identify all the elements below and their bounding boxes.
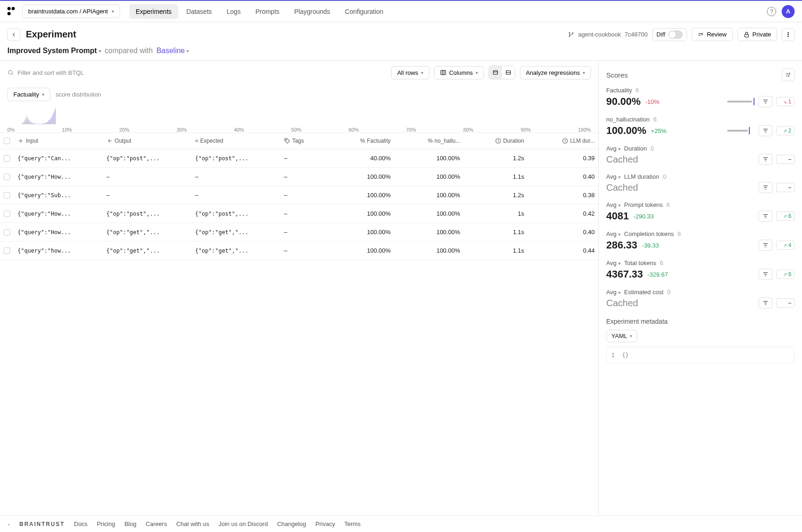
nav-tabs: Experiments Datasets Logs Prompts Playgr…	[129, 4, 390, 19]
search-input[interactable]: Filter and sort with BTQL	[7, 69, 386, 76]
scores-panel: Scores Factuality 6 90.00% -10% ↘1 no_ha…	[599, 61, 802, 514]
score-block: Factuality 6 90.00% -10% ↘1	[606, 87, 795, 108]
cell-duration: 1.1s	[464, 223, 528, 242]
private-button[interactable]: Private	[737, 28, 777, 41]
table-row[interactable]: {"query":"How... {"op":"post",... {"op":…	[0, 205, 598, 223]
metric-agg[interactable]: Avg ▾	[606, 230, 621, 237]
nav-logs[interactable]: Logs	[220, 4, 247, 19]
col-expected[interactable]: =Expected	[192, 133, 280, 149]
score-minibar	[727, 127, 755, 134]
metric-agg[interactable]: Avg ▾	[606, 173, 621, 180]
help-icon[interactable]: ?	[767, 7, 776, 16]
nav-datasets[interactable]: Datasets	[180, 4, 218, 19]
table-row[interactable]: {"query":"How... – – – 100.00% 100.00% 1…	[0, 168, 598, 186]
analyze-regressions-dropdown[interactable]: Analyze regressions ▾	[520, 66, 591, 79]
cell-llm-dur: 0.38	[528, 186, 598, 205]
score-badge[interactable]: ↘1	[776, 97, 795, 106]
metric-label: LLM duration	[624, 173, 659, 180]
metric-count: 0	[667, 289, 670, 296]
experiment-name-dropdown[interactable]: Improved System Prompt ▾	[7, 47, 101, 55]
metric-badge[interactable]: ↗4	[776, 241, 795, 250]
metric-label: Completion tokens	[624, 230, 674, 237]
nav-playgrounds[interactable]: Playgrounds	[288, 4, 337, 19]
distribution-metric-dropdown[interactable]: Factuality ▾	[7, 88, 50, 101]
clock-icon	[562, 138, 568, 144]
metadata-title: Experiment metadata	[606, 318, 795, 325]
metric-filter-button[interactable]	[759, 269, 772, 280]
row-checkbox[interactable]	[4, 229, 10, 236]
metadata-format-dropdown[interactable]: YAML ▾	[606, 330, 637, 342]
col-tags[interactable]: Tags	[280, 133, 328, 149]
back-button[interactable]	[7, 28, 20, 41]
distribution-chart: 0% 10% 20% 30% 40% 50% 60% 70% 80% 90% 1…	[7, 105, 591, 133]
col-llm-dur[interactable]: LLM dur...	[528, 133, 598, 149]
score-value: 100.00%	[606, 125, 646, 137]
metric-filter-button[interactable]	[759, 211, 772, 222]
toggle-switch[interactable]	[668, 30, 683, 39]
table-row[interactable]: {"query":"how... {"op":"get","... {"op":…	[0, 242, 598, 260]
cell-output: {"op":"get","...	[103, 223, 191, 242]
metric-badge[interactable]: –	[776, 298, 795, 308]
review-button[interactable]: Review	[692, 28, 733, 41]
select-all-checkbox[interactable]	[4, 138, 10, 144]
columns-icon	[440, 69, 446, 76]
metric-badge[interactable]: –	[776, 155, 795, 164]
baseline-dropdown[interactable]: Baseline ▾	[157, 47, 189, 55]
table-row[interactable]: {"query":"How... {"op":"get","... {"op":…	[0, 223, 598, 242]
metric-agg[interactable]: Avg ▾	[606, 201, 621, 208]
metric-agg[interactable]: Avg ▾	[606, 289, 621, 296]
cell-output: {"op":"post",...	[103, 149, 191, 168]
breadcrumb[interactable]: braintrustdata.com / APIAgent ▾	[22, 5, 120, 18]
score-badge[interactable]: ↗2	[776, 126, 795, 135]
chevron-down-icon: ▾	[476, 70, 478, 75]
col-factuality[interactable]: %Factuality	[328, 133, 394, 149]
cell-llm-dur: 0.39	[528, 149, 598, 168]
nav-prompts[interactable]: Prompts	[249, 4, 286, 19]
metric-filter-button[interactable]	[759, 240, 772, 251]
row-checkbox[interactable]	[4, 155, 10, 162]
row-checkbox[interactable]	[4, 192, 10, 199]
score-filter-button[interactable]	[759, 96, 772, 107]
metric-filter-button[interactable]	[759, 297, 772, 308]
col-no-hallu[interactable]: %no_hallu...	[394, 133, 464, 149]
view-list-button[interactable]	[489, 66, 502, 79]
all-rows-dropdown[interactable]: All rows ▾	[391, 66, 429, 79]
view-split-button[interactable]	[502, 66, 515, 79]
row-checkbox[interactable]	[4, 174, 10, 180]
cell-tags: –	[280, 242, 328, 260]
score-count: 6	[653, 116, 657, 123]
metric-agg[interactable]: Avg ▾	[606, 260, 621, 266]
chevron-down-icon: ▾	[42, 92, 44, 97]
metric-badge[interactable]: ↗6	[776, 212, 795, 221]
columns-dropdown[interactable]: Columns ▾	[434, 66, 484, 79]
scores-settings-button[interactable]	[782, 68, 795, 81]
score-filter-button[interactable]	[759, 125, 772, 136]
metric-agg[interactable]: Avg ▾	[606, 145, 621, 152]
metric-count: 6	[667, 201, 670, 208]
col-input[interactable]: Input	[14, 133, 103, 149]
table-row[interactable]: {"query":"Can... {"op":"post",... {"op":…	[0, 149, 598, 168]
more-menu-button[interactable]	[782, 28, 795, 41]
cell-input: {"query":"How...	[14, 223, 103, 242]
metric-filter-button[interactable]	[759, 182, 772, 193]
table-row[interactable]: {"query":"Sub... – – – 100.00% 100.00% 1…	[0, 186, 598, 205]
metric-badge[interactable]: ↗6	[776, 270, 795, 279]
cell-factuality: 100.00%	[328, 242, 394, 260]
row-checkbox[interactable]	[4, 248, 10, 254]
chevron-down-icon: ▾	[112, 9, 114, 14]
row-checkbox[interactable]	[4, 211, 10, 217]
avatar[interactable]: A	[782, 5, 795, 18]
metric-filter-button[interactable]	[759, 154, 772, 165]
nav-configuration[interactable]: Configuration	[338, 4, 390, 19]
review-icon	[698, 31, 704, 38]
metric-count: 6	[677, 230, 681, 237]
col-duration[interactable]: Duration	[464, 133, 528, 149]
search-icon	[7, 69, 14, 76]
col-output[interactable]: Output	[103, 133, 191, 149]
distribution-caption: score distribution	[56, 91, 101, 98]
nav-experiments[interactable]: Experiments	[129, 4, 178, 19]
percent-icon: %	[360, 138, 365, 144]
app-logo	[7, 7, 17, 16]
metric-badge[interactable]: –	[776, 183, 795, 192]
diff-toggle[interactable]: Diff	[652, 28, 687, 41]
